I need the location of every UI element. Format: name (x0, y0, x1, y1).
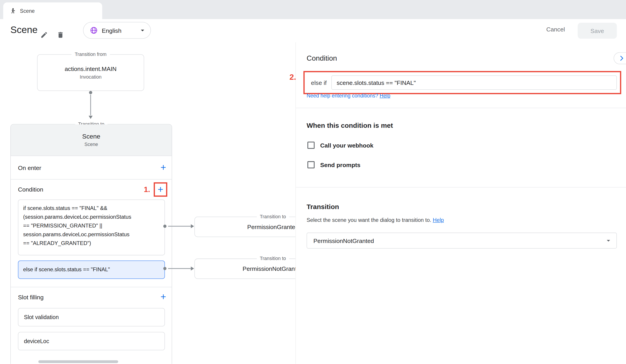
header: Scene English Cancel Save (0, 19, 626, 42)
language-selector[interactable]: English (83, 22, 151, 39)
target-name: PermissionNotGranted (243, 265, 296, 272)
annotation-box-2: else if (303, 71, 621, 94)
condition-section: Condition 1. + (11, 179, 172, 200)
transition-description: Select the scene you want the dialog to … (307, 217, 444, 223)
transition-description-text: Select the scene you want the dialog to … (307, 217, 431, 223)
globe-icon (90, 26, 98, 34)
arrow-right-icon (191, 266, 194, 271)
add-on-enter-button[interactable]: + (160, 163, 166, 173)
intent-name: actions.intent.MAIN (65, 65, 117, 72)
edit-scene-button[interactable] (37, 28, 51, 41)
condition-expression-input[interactable] (331, 75, 617, 90)
condition-help-line: Need help entering conditions? Help (307, 93, 390, 99)
on-enter-label: On enter (18, 164, 41, 171)
tab-label: Scene (20, 8, 35, 14)
annotation-box-1: + (154, 182, 167, 196)
help-link[interactable]: Help (380, 93, 391, 99)
on-enter-section: On enter + (11, 156, 172, 179)
divider (296, 108, 626, 108)
transition-scene-value: PermissionNotGranted (313, 237, 604, 244)
scene-node-title: Scene (82, 133, 100, 140)
annotation-1: 1. (144, 185, 150, 194)
cancel-button[interactable]: Cancel (546, 26, 565, 33)
target-legend: Transition to (257, 214, 289, 219)
slot-validation-card[interactable]: Slot validation (18, 308, 165, 327)
transition-heading: Transition (307, 203, 339, 211)
tab-scene[interactable]: Scene (3, 2, 102, 19)
condition-editor-panel: Condition 2. else if Need help entering … (296, 42, 626, 364)
condition-card-elseif[interactable]: else if scene.slots.status == "FINAL" (18, 260, 165, 279)
person-icon (10, 8, 16, 14)
collapse-panel-button[interactable] (614, 52, 626, 64)
slot-filling-label: Slot filling (18, 293, 43, 300)
pencil-icon (40, 31, 48, 39)
connector-line (168, 226, 191, 227)
send-prompts-checkbox[interactable] (307, 161, 314, 168)
transition-from-node[interactable]: Transition from actions.intent.MAIN Invo… (37, 54, 144, 91)
chevron-right-icon (618, 55, 625, 62)
panel-title: Condition (307, 54, 337, 63)
annotation-2: 2. (289, 73, 296, 82)
connector-dot (163, 267, 166, 270)
condition-card-if[interactable]: if scene.slots.status == "FINAL" && (ses… (18, 199, 165, 255)
transition-from-legend: Transition from (72, 51, 110, 57)
horizontal-scrollbar[interactable] (39, 360, 118, 363)
send-prompts-option[interactable]: Send prompts (307, 160, 360, 170)
transition-target-permission-not-granted[interactable]: Transition to PermissionNotGranted (194, 258, 296, 279)
scene-node-subtitle: Scene (84, 142, 98, 147)
arrow-down-icon (88, 116, 93, 119)
call-webhook-option[interactable]: Call your webhook (307, 140, 373, 150)
save-button[interactable]: Save (578, 23, 617, 39)
language-label: English (102, 27, 135, 34)
trash-icon (56, 31, 64, 39)
transition-scene-select[interactable]: PermissionNotGranted (307, 233, 617, 249)
arrow-right-icon (191, 224, 194, 228)
add-condition-button[interactable]: + (158, 184, 163, 194)
transition-help-link[interactable]: Help (433, 217, 444, 223)
when-met-heading: When this condition is met (307, 122, 393, 130)
send-prompts-label: Send prompts (320, 161, 360, 168)
condition-label: Condition (18, 186, 43, 193)
connector-dot (163, 224, 166, 228)
scene-node: Transition to Scene Scene On enter + Con… (10, 124, 172, 364)
delete-scene-button[interactable] (53, 28, 67, 41)
slot-filling-section: Slot filling + (11, 287, 172, 307)
scene-node-header[interactable]: Scene Scene (11, 124, 172, 156)
scene-editor: Scene Scene English Cancel Save (0, 0, 626, 364)
page-title: Scene (10, 24, 38, 36)
deviceloc-card[interactable]: deviceLoc (18, 332, 165, 350)
scene-flow-canvas: Transition from actions.intent.MAIN Invo… (0, 42, 296, 364)
connector-line (168, 268, 191, 269)
tab-bar: Scene (0, 0, 626, 19)
condition-operator[interactable]: else if (311, 79, 327, 86)
caret-down-icon (604, 237, 613, 245)
target-name: PermissionGranted (247, 223, 296, 230)
help-text: Need help entering conditions? (307, 93, 378, 99)
caret-down-icon (139, 26, 147, 34)
connector-dot (89, 91, 92, 94)
intent-type: Invocation (80, 74, 102, 80)
connector-line (90, 95, 91, 115)
divider (296, 187, 626, 187)
target-legend: Transition to (257, 256, 289, 261)
add-slot-button[interactable]: + (160, 292, 166, 302)
call-webhook-checkbox[interactable] (307, 142, 314, 149)
call-webhook-label: Call your webhook (320, 142, 373, 149)
transition-target-permission-granted[interactable]: Transition to PermissionGranted (194, 217, 296, 237)
